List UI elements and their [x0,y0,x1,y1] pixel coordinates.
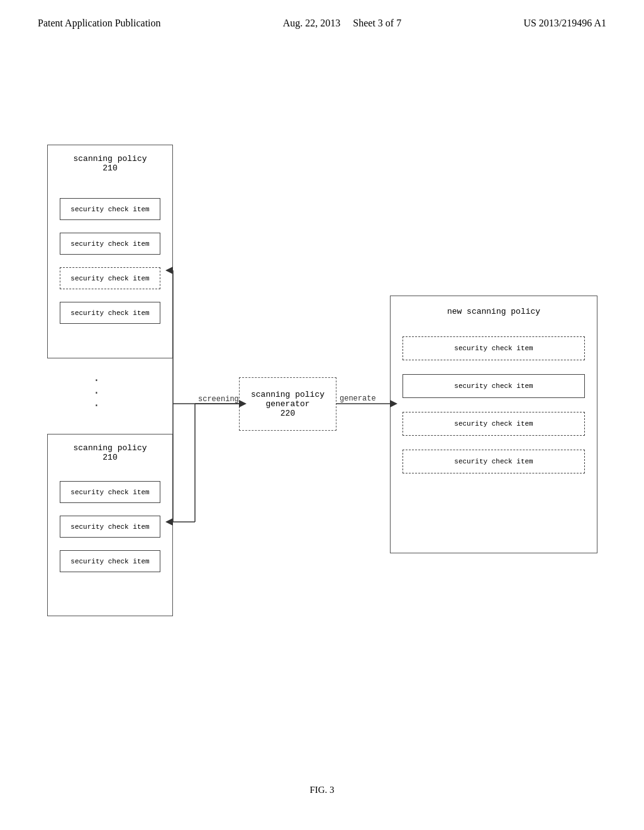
generator-box: scanning policy generator 220 [239,377,336,431]
figure-caption: FIG. 3 [0,785,644,795]
dots-separator: ··· [93,374,103,412]
top-check-item-2: security check item [60,233,160,255]
top-check-item-3: security check item [60,267,160,289]
header-left: Patent Application Publication [38,18,161,29]
header-date: Aug. 22, 2013 [283,18,341,28]
new-check-item-4: security check item [402,450,585,473]
bottom-check-item-2: security check item [60,516,160,538]
bottom-check-item-1: security check item [60,481,160,503]
new-policy-label: new scanning policy [399,307,588,316]
generator-label-line1: scanning policy [251,390,325,399]
header-center: Aug. 22, 2013 Sheet 3 of 7 [283,18,401,29]
generate-label: generate [340,394,376,403]
top-check-item-4: security check item [60,302,160,324]
new-check-item-1: security check item [402,336,585,360]
header-sheet: Sheet 3 of 7 [353,18,401,28]
diagram-area: scanning policy 210 security check item … [0,75,644,780]
page-header: Patent Application Publication Aug. 22, … [0,0,644,29]
generator-label-line2: generator [251,399,325,409]
bottom-policy-label: scanning policy 210 [57,443,164,462]
top-check-item-1: security check item [60,198,160,220]
generator-number: 220 [251,409,325,418]
bottom-check-item-3: security check item [60,550,160,572]
new-check-item-3: security check item [402,412,585,436]
new-check-item-2: security check item [402,374,585,398]
screening-label: screening [198,395,239,404]
top-policy-label: scanning policy 210 [57,154,164,173]
header-right: US 2013/219496 A1 [523,18,606,29]
